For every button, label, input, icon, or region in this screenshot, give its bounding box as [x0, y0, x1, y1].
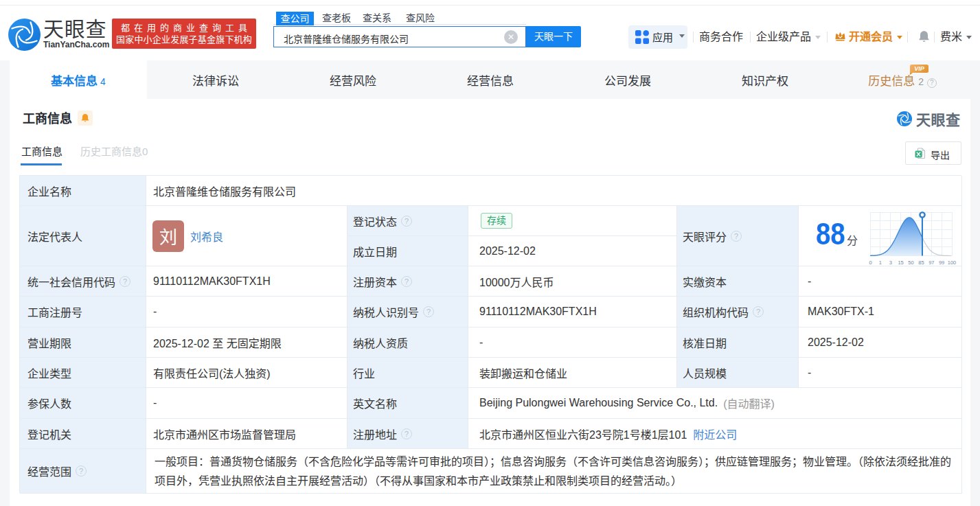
svg-text:15: 15 [898, 260, 903, 266]
svg-text:0: 0 [869, 260, 871, 266]
svg-text:97: 97 [928, 260, 934, 266]
svg-text:50: 50 [908, 260, 913, 266]
svg-text:100: 100 [948, 260, 957, 266]
svg-text:85: 85 [918, 260, 924, 266]
svg-text:1: 1 [879, 260, 882, 266]
svg-text:99: 99 [939, 260, 944, 266]
svg-text:3: 3 [889, 260, 892, 266]
